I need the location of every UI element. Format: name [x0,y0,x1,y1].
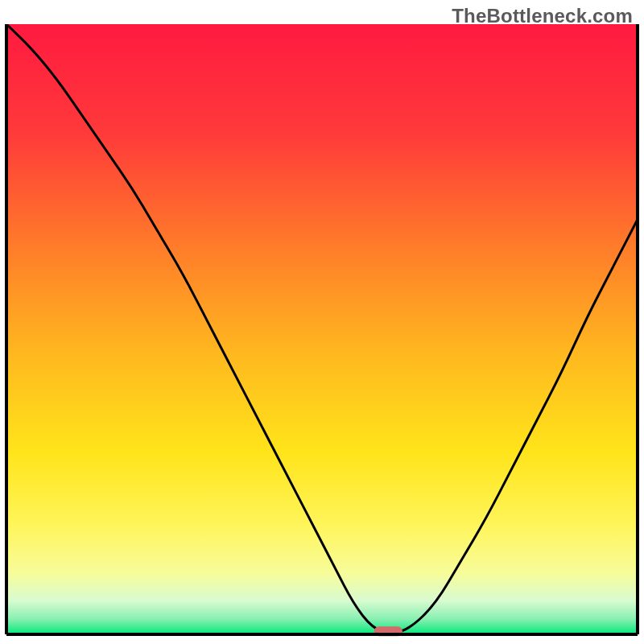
watermark-label: TheBottleneck.com [452,5,633,27]
chart-svg [0,0,644,644]
bottleneck-chart: TheBottleneck.com [0,0,644,644]
